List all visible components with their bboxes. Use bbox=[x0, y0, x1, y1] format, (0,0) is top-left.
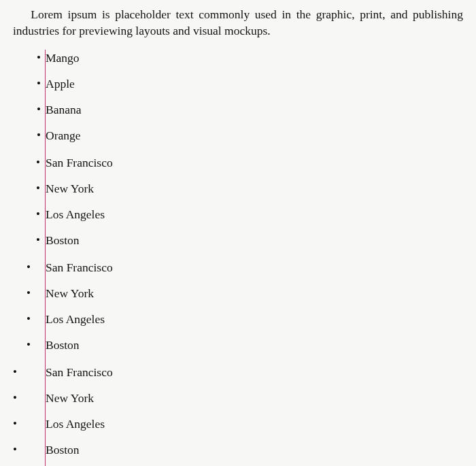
bullet-icon: • bbox=[35, 101, 42, 118]
bullet-icon: • bbox=[35, 49, 42, 67]
list-item: • San Francisco bbox=[0, 154, 476, 171]
bullet-icon: • bbox=[35, 154, 41, 171]
list-item: • Mango bbox=[0, 49, 476, 67]
bullet-icon: • bbox=[12, 363, 18, 381]
bullet-icon: • bbox=[12, 415, 18, 433]
list-item-label: Boston bbox=[46, 231, 80, 249]
bullet-icon: • bbox=[25, 259, 32, 276]
bullet-icon: • bbox=[25, 284, 32, 302]
list-item: • Orange bbox=[0, 127, 476, 144]
list-item-label: Los Angeles bbox=[46, 310, 105, 328]
list-item: • Los Angeles bbox=[0, 310, 476, 328]
list-item: • Banana bbox=[0, 101, 476, 118]
bullet-icon: • bbox=[35, 127, 42, 144]
list-item: • Boston bbox=[0, 231, 476, 249]
list-item-label: Los Angeles bbox=[46, 205, 105, 223]
bullet-icon: • bbox=[25, 336, 32, 354]
bullet-icon: • bbox=[12, 441, 18, 459]
list-item-label: Boston bbox=[46, 441, 80, 459]
bullet-icon: • bbox=[35, 180, 41, 197]
list-item-label: New York bbox=[46, 284, 94, 302]
list-item-label: Orange bbox=[46, 127, 81, 144]
list-item-label: Boston bbox=[46, 336, 80, 354]
list-item: • Los Angeles bbox=[0, 415, 476, 433]
list-item: • New York bbox=[0, 180, 476, 197]
list-item: • Los Angeles bbox=[0, 205, 476, 223]
list-item: • Boston bbox=[0, 336, 476, 354]
list-item-label: Los Angeles bbox=[46, 415, 105, 433]
list-item-label: Apple bbox=[46, 75, 75, 93]
list-item: • New York bbox=[0, 389, 476, 407]
list-item-label: San Francisco bbox=[46, 259, 113, 276]
list-item-label: San Francisco bbox=[46, 154, 113, 171]
list-item: • Boston bbox=[0, 441, 476, 459]
intro-paragraph: Lorem ipsum is placeholder text commonly… bbox=[13, 7, 463, 39]
list-item: • San Francisco bbox=[0, 259, 476, 276]
list-item-label: Mango bbox=[46, 49, 80, 67]
bullet-icon: • bbox=[25, 310, 32, 328]
list-item: • San Francisco bbox=[0, 363, 476, 381]
list-item-label: Banana bbox=[46, 101, 81, 118]
list-item-label: San Francisco bbox=[46, 363, 113, 381]
bullet-icon: • bbox=[35, 205, 41, 223]
list-item-label: New York bbox=[46, 389, 94, 407]
bullet-icon: • bbox=[35, 231, 41, 249]
bullet-icon: • bbox=[35, 75, 42, 93]
list-item: • New York bbox=[0, 284, 476, 302]
list-item: • Apple bbox=[0, 75, 476, 93]
bullet-icon: • bbox=[12, 389, 18, 407]
list-item-label: New York bbox=[46, 180, 94, 197]
